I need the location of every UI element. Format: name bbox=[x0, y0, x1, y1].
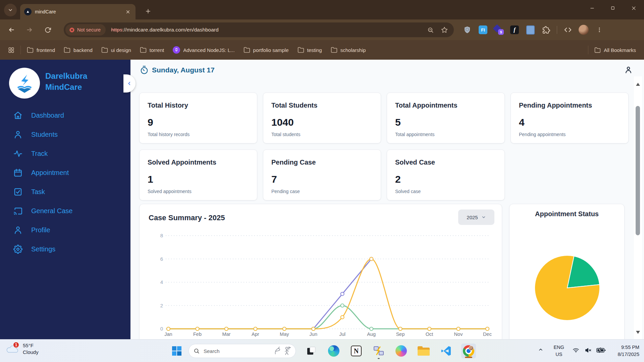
sidebar-item-task[interactable]: Task bbox=[0, 182, 130, 201]
bookmark-item-portfolio-sample[interactable]: portfolio sample bbox=[240, 45, 292, 55]
taskbar-search[interactable]: Search bbox=[189, 344, 296, 358]
extensions-puzzle-icon[interactable] bbox=[541, 25, 551, 35]
folder-icon bbox=[27, 47, 34, 53]
tab-close-icon[interactable] bbox=[124, 8, 131, 15]
apps-grid-icon[interactable] bbox=[5, 45, 18, 55]
edge-app-icon[interactable] bbox=[326, 344, 341, 358]
browser-menu-icon[interactable] bbox=[594, 25, 604, 35]
svg-text:Mar: Mar bbox=[222, 331, 230, 337]
volume-muted-icon[interactable] bbox=[585, 347, 592, 354]
activity-icon bbox=[13, 149, 22, 158]
battery-charging-icon[interactable] bbox=[596, 347, 606, 354]
new-tab-button[interactable] bbox=[142, 5, 154, 17]
search-icon bbox=[194, 348, 200, 354]
zoom-icon[interactable] bbox=[427, 27, 434, 33]
remote-desktop-app-icon[interactable] bbox=[371, 344, 386, 358]
bookmark-item-frontend[interactable]: frontend bbox=[23, 45, 58, 55]
all-bookmarks-button[interactable]: All Bookmarks bbox=[591, 45, 639, 55]
svg-text:Dec: Dec bbox=[483, 331, 492, 337]
nine-extension-icon[interactable]: 9 bbox=[494, 25, 504, 35]
language-line1: ENG bbox=[554, 344, 564, 351]
sidebar-item-appointment[interactable]: Appointment bbox=[0, 163, 130, 182]
file-explorer-icon[interactable] bbox=[416, 344, 431, 358]
sidebar-item-students[interactable]: Students bbox=[0, 125, 130, 144]
dashboard-content: Sunday, August 17 Total History 9 Total … bbox=[130, 60, 644, 339]
scrollbar-thumb[interactable] bbox=[636, 106, 640, 235]
weather-widget[interactable]: 1 55°F Cloudy bbox=[5, 342, 39, 356]
sidebar-item-settings[interactable]: Settings bbox=[0, 240, 130, 259]
bookmarks-separator bbox=[20, 46, 21, 54]
bookmark-item-backend[interactable]: backend bbox=[60, 45, 96, 55]
start-button[interactable] bbox=[170, 344, 183, 358]
year-dropdown[interactable]: 2025 bbox=[458, 209, 494, 225]
bookmark-item-advanced-nodejs-l[interactable]: Advanced NodeJS: L... bbox=[169, 44, 238, 56]
stat-card-total-appointments: Total Appointments 5 Total appointments bbox=[387, 93, 505, 143]
folder-icon bbox=[244, 47, 250, 53]
gear-icon bbox=[13, 245, 22, 254]
forward-button[interactable] bbox=[23, 24, 36, 36]
wifi-icon[interactable] bbox=[572, 347, 580, 354]
bookmark-items: frontendbackendui designtorrentAdvanced … bbox=[23, 44, 369, 56]
bookmark-star-icon[interactable] bbox=[441, 26, 448, 33]
language-line2: US bbox=[554, 351, 564, 358]
tray-expand-icon[interactable] bbox=[538, 347, 543, 352]
case-summary-line-chart: 02468JanFebMarAprMayJunJulAugSepOctNovDe… bbox=[140, 204, 502, 339]
fi-extension-icon[interactable]: FI bbox=[478, 25, 488, 35]
window-close-button[interactable] bbox=[623, 0, 644, 16]
sidebar-item-dashboard[interactable]: Dashboard bbox=[0, 106, 130, 125]
date-text: Sunday, August 17 bbox=[152, 66, 215, 74]
bookmark-item-torrent[interactable]: torrent bbox=[137, 45, 167, 55]
bookmark-label: frontend bbox=[37, 47, 55, 53]
stat-title: Total Appointments bbox=[395, 102, 496, 109]
browser-tab[interactable]: mindCare bbox=[20, 4, 136, 19]
sidebar-item-track[interactable]: Track bbox=[0, 144, 130, 163]
vscode-app-icon[interactable] bbox=[439, 344, 453, 358]
scroll-up-button[interactable] bbox=[634, 79, 642, 89]
chrome-app-icon[interactable] bbox=[461, 344, 476, 358]
stat-card-solved-appointments: Solved Appointments 1 Solved appointment… bbox=[139, 149, 257, 200]
fx-extension-icon[interactable]: f bbox=[509, 25, 520, 35]
stat-value: 1 bbox=[148, 174, 249, 185]
year-dropdown-value: 2025 bbox=[467, 215, 478, 220]
stat-title: Total Students bbox=[271, 102, 373, 109]
bookmark-label: backend bbox=[73, 47, 93, 53]
reload-button[interactable] bbox=[42, 24, 54, 36]
window-maximize-button[interactable] bbox=[602, 0, 623, 16]
page-scrollbar[interactable] bbox=[634, 76, 642, 339]
stat-title: Solved Appointments bbox=[148, 159, 249, 166]
timer-icon bbox=[140, 66, 149, 74]
window-minimize-button[interactable] bbox=[582, 0, 602, 16]
shield-extension-icon[interactable] bbox=[462, 25, 472, 35]
snip-app-icon[interactable] bbox=[304, 344, 319, 358]
bookmark-item-scholarship[interactable]: scholarship bbox=[327, 45, 369, 55]
folder-icon bbox=[298, 47, 304, 53]
language-indicator[interactable]: ENG US bbox=[554, 344, 564, 358]
tab-search-button[interactable] bbox=[4, 4, 17, 16]
notion-app-icon[interactable]: N bbox=[349, 344, 364, 358]
extension-badge: 9 bbox=[498, 29, 504, 35]
bookmark-item-ui-design[interactable]: ui design bbox=[98, 45, 135, 55]
svg-text:Nov: Nov bbox=[454, 331, 463, 337]
devtools-code-icon[interactable] bbox=[563, 25, 573, 35]
doc-extension-icon[interactable] bbox=[525, 25, 535, 35]
back-button[interactable] bbox=[5, 24, 17, 36]
svg-text:Jan: Jan bbox=[164, 331, 172, 337]
bookmark-label: testing bbox=[307, 47, 322, 53]
user-profile-icon[interactable] bbox=[624, 66, 633, 74]
folder-icon bbox=[64, 47, 70, 53]
stat-subtitle: Total students bbox=[271, 132, 300, 137]
not-secure-chip[interactable]: Not secure bbox=[65, 24, 106, 36]
svg-text:2: 2 bbox=[160, 303, 163, 308]
scroll-down-button[interactable] bbox=[634, 327, 642, 337]
clock-widget[interactable]: 9:55 PM 8/17/2025 bbox=[618, 344, 639, 358]
copilot-app-icon[interactable] bbox=[394, 344, 409, 358]
bookmark-item-testing[interactable]: testing bbox=[294, 45, 325, 55]
folder-icon bbox=[140, 47, 147, 53]
page-main: Darelkubra MindCare DashboardStudentsTra… bbox=[0, 60, 644, 339]
profile-avatar[interactable] bbox=[579, 25, 589, 35]
sidebar-item-general-case[interactable]: General Case bbox=[0, 201, 130, 221]
address-bar[interactable]: Not secure https://mindcare.darelkubra.c… bbox=[64, 22, 454, 37]
sidebar-item-profile[interactable]: Profile bbox=[0, 221, 130, 240]
chevron-down-icon bbox=[8, 7, 13, 13]
app-sidebar: Darelkubra MindCare DashboardStudentsTra… bbox=[0, 60, 130, 339]
